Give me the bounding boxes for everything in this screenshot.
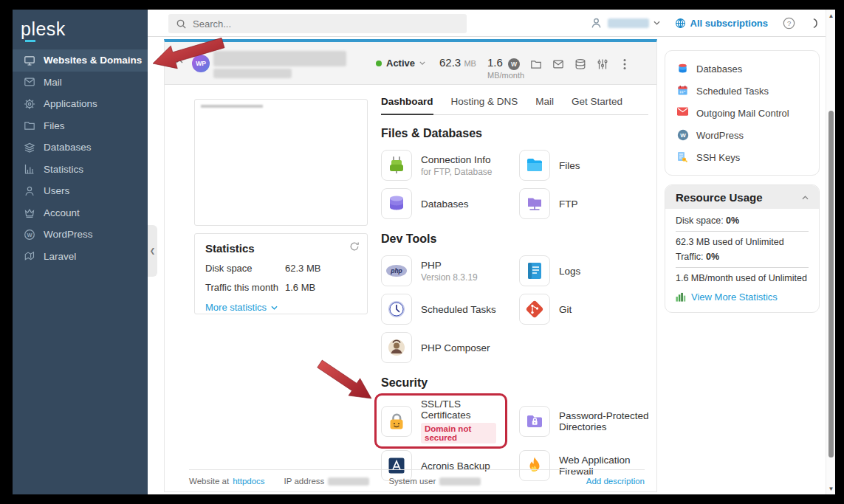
sidebar-item-label: Users: [44, 185, 69, 196]
httpdocs-link[interactable]: httpdocs: [233, 477, 264, 486]
svg-text:W: W: [511, 61, 518, 68]
sidebar-item-wordpress[interactable]: WWordPress: [13, 224, 148, 246]
ssl-lock-icon: [381, 406, 412, 437]
search-input[interactable]: [193, 18, 459, 30]
tool-php[interactable]: phpPHPVersion 8.3.19: [381, 254, 481, 288]
tool-ssl-tls-certificates[interactable]: SSL/TLS CertificatesDomain not secured: [374, 393, 507, 449]
chevron-down-icon[interactable]: [653, 21, 660, 25]
laravel-icon: [24, 250, 35, 262]
tool-label: Databases: [421, 199, 469, 210]
refresh-icon[interactable]: [349, 241, 360, 252]
sidebar-item-applications[interactable]: Applications: [13, 93, 148, 115]
tool-scheduled-tasks[interactable]: Scheduled Tasks: [381, 292, 499, 326]
resource-usage-header[interactable]: Resource Usage: [665, 185, 819, 209]
folder-outline-icon[interactable]: [529, 58, 543, 71]
quicklink-label: Databases: [696, 63, 742, 75]
sidebar-menu: Websites & DomainsMailApplicationsFilesD…: [13, 49, 148, 267]
search-icon: [176, 18, 187, 30]
tool-label: SSL/TLS Certificates: [421, 398, 496, 421]
help-icon[interactable]: ?: [783, 17, 795, 30]
tool-connection-info[interactable]: Connection Infofor FTP, Database: [381, 148, 495, 182]
tool-password-protected-directories[interactable]: Password-Protected Directories: [519, 398, 652, 444]
kebab-icon[interactable]: [618, 58, 631, 71]
quicklink-databases[interactable]: Databases: [665, 58, 819, 80]
status-dropdown[interactable]: Active: [376, 58, 425, 69]
sidebar: plesk Websites & DomainsMailApplications…: [13, 10, 148, 494]
tool-logs[interactable]: Logs: [519, 254, 583, 288]
svg-text:W: W: [680, 132, 686, 139]
crown-icon: [24, 207, 35, 218]
tab-get-started[interactable]: Get Started: [572, 96, 622, 114]
sidebar-item-mail[interactable]: Mail: [13, 72, 148, 94]
domain-action-icons: W: [507, 58, 631, 71]
add-description-link[interactable]: Add description: [586, 477, 645, 486]
sidebar-item-label: Websites & Domains: [44, 55, 142, 66]
wordpress-gray-icon[interactable]: W: [507, 58, 521, 71]
sidebar-item-account[interactable]: Account: [13, 202, 148, 224]
tool-php-composer[interactable]: PHP Composer: [381, 331, 493, 365]
database-icon[interactable]: [574, 58, 587, 71]
quicklink-scheduled-tasks[interactable]: Scheduled Tasks: [665, 80, 819, 102]
tool-sublabel: for FTP, Database: [421, 167, 493, 177]
db-red-icon: [677, 63, 689, 75]
tab-mail[interactable]: Mail: [535, 96, 554, 114]
tool-sections: Files & DatabasesConnection Infofor FTP,…: [381, 127, 648, 483]
plesk-logo[interactable]: plesk: [21, 18, 66, 40]
quicklink-wordpress[interactable]: WWordPress: [665, 124, 819, 146]
protected-folder-icon: [519, 406, 550, 437]
php-icon: php: [381, 255, 412, 286]
sidebar-item-users[interactable]: Users: [13, 180, 148, 202]
tool-label: Connection Info: [421, 154, 493, 165]
all-subscriptions-link[interactable]: All subscriptions: [690, 18, 768, 29]
vertical-scrollbar[interactable]: ▲ ▼: [826, 10, 835, 494]
sidebar-item-label: Files: [44, 120, 65, 131]
status-dot: [376, 61, 382, 66]
site-preview[interactable]: [194, 99, 368, 226]
sidebar-item-laravel[interactable]: Laravel: [13, 246, 148, 268]
dark-mode-moon-icon[interactable]: [807, 18, 818, 29]
traffic-percent-label: Traffic: 0%: [676, 252, 809, 262]
tab-dashboard[interactable]: Dashboard: [381, 96, 433, 115]
section-title-files-databases: Files & Databases: [381, 127, 648, 140]
sidebar-item-files[interactable]: Files: [13, 115, 148, 137]
sidebar-item-label: Laravel: [44, 251, 76, 262]
sidebar-item-websites-domains[interactable]: Websites & Domains: [13, 49, 148, 72]
tool-databases[interactable]: Databases: [381, 187, 472, 221]
user-icon[interactable]: [590, 17, 603, 30]
globe-icon[interactable]: [675, 18, 686, 29]
redacted-preview-text: [201, 105, 263, 108]
tool-files[interactable]: Files: [519, 148, 583, 182]
stat-row-traffic: Traffic this month 1.6 MB: [205, 282, 357, 293]
sidebar-item-statistics[interactable]: Statistics: [13, 159, 148, 181]
chevron-left-icon: ❮: [150, 247, 156, 255]
chart-icon: [24, 163, 35, 175]
section-title-security: Security: [381, 376, 648, 390]
quicklink-outgoing-mail-control[interactable]: Outgoing Mail Control: [665, 102, 819, 124]
website-at-label: Website at: [189, 477, 229, 486]
view-more-statistics-link[interactable]: View More Statistics: [676, 291, 809, 303]
green-bars-icon: [676, 292, 686, 302]
monitor-icon: [24, 55, 35, 66]
ftp-icon: [519, 188, 550, 219]
search-box[interactable]: [168, 14, 467, 33]
tab-hosting-dns[interactable]: Hosting & DNS: [451, 96, 518, 114]
gear-icon: [24, 98, 35, 110]
sidebar-collapse-handle[interactable]: ❮: [148, 225, 157, 277]
quicklink-ssh-keys[interactable]: SSH Keys: [665, 146, 819, 168]
scroll-up-arrow[interactable]: ▲: [826, 10, 836, 21]
scrollbar-thumb[interactable]: [828, 111, 834, 458]
topbar: All subscriptions ?: [148, 10, 826, 37]
left-column: Statistics Disk space 62.3 MB Traffic th…: [194, 99, 368, 314]
envelope-icon[interactable]: [552, 58, 565, 71]
sliders-icon[interactable]: [596, 58, 609, 71]
more-statistics-link[interactable]: More statistics: [205, 302, 357, 313]
tool-git[interactable]: Git: [519, 292, 574, 326]
tool-ftp[interactable]: FTP: [519, 187, 581, 221]
sidebar-item-databases[interactable]: Databases: [13, 137, 148, 159]
disk-usage-metric: 62.3 MB: [439, 56, 476, 69]
collapse-chevron-up-icon[interactable]: [176, 59, 183, 63]
redacted-username[interactable]: [608, 18, 649, 28]
quicklink-label: WordPress: [696, 130, 744, 141]
tool-label: Scheduled Tasks: [421, 304, 496, 315]
scroll-down-arrow[interactable]: ▼: [826, 483, 836, 494]
